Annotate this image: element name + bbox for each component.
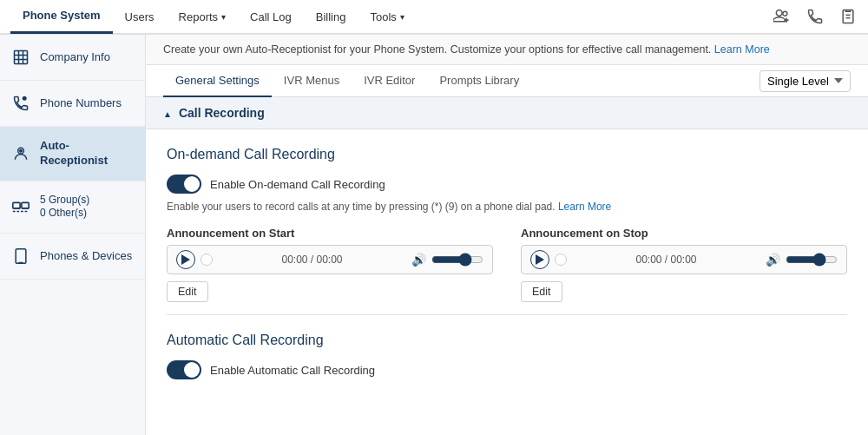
toggle-knob bbox=[184, 176, 200, 192]
tab-prompts-library[interactable]: Prompts Library bbox=[427, 65, 531, 97]
automatic-toggle-knob bbox=[184, 362, 200, 378]
devices-icon bbox=[10, 246, 31, 267]
svg-rect-12 bbox=[16, 249, 26, 264]
phone-icon[interactable] bbox=[806, 7, 825, 26]
tab-general-settings[interactable]: General Settings bbox=[163, 65, 272, 97]
section-title: Call Recording bbox=[179, 106, 265, 120]
time-display-start: 00:00 / 00:00 bbox=[218, 254, 406, 266]
announcement-stop-label: Announcement on Stop bbox=[521, 227, 847, 240]
reports-chevron-icon: ▾ bbox=[221, 12, 226, 22]
section-header-call-recording: Call Recording bbox=[146, 97, 868, 129]
tab-ivr-menus[interactable]: IVR Menus bbox=[272, 65, 352, 97]
nav-items: Phone System Users Reports ▾ Call Log Bi… bbox=[10, 0, 773, 34]
svg-rect-3 bbox=[15, 51, 28, 64]
collapse-icon[interactable] bbox=[163, 106, 172, 120]
announcements-row: Announcement on Start 00:00 / 00:00 🔊 Ed… bbox=[167, 227, 847, 302]
info-bar: Create your own Auto-Receptionist for yo… bbox=[146, 35, 868, 65]
phone-numbers-icon bbox=[10, 93, 31, 114]
svg-point-4 bbox=[23, 96, 27, 101]
svg-point-6 bbox=[20, 149, 23, 152]
sidebar-item-phones-devices[interactable]: Phones & Devices bbox=[0, 234, 145, 280]
record-dot-start bbox=[201, 254, 213, 266]
volume-stop-slider[interactable] bbox=[786, 253, 838, 267]
announcement-stop-block: Announcement on Stop 00:00 / 00:00 🔊 Edi… bbox=[521, 227, 847, 302]
play-start-button[interactable] bbox=[176, 250, 195, 269]
level-select[interactable]: Single Level Multi Level bbox=[760, 70, 851, 92]
svg-marker-14 bbox=[181, 254, 190, 265]
main-layout: Company Info Phone Numbers Auto-Receptio… bbox=[0, 35, 868, 435]
nav-item-users[interactable]: Users bbox=[113, 0, 167, 34]
on-demand-recording-section: On-demand Call Recording Enable On-deman… bbox=[167, 147, 847, 302]
content-area: On-demand Call Recording Enable On-deman… bbox=[146, 129, 868, 404]
auto-receptionist-icon bbox=[10, 143, 31, 164]
tabs-row: General Settings IVR Menus IVR Editor Pr… bbox=[146, 65, 868, 97]
main-content: Create your own Auto-Receptionist for yo… bbox=[146, 35, 868, 435]
edit-stop-button[interactable]: Edit bbox=[521, 281, 562, 302]
svg-rect-7 bbox=[13, 203, 20, 208]
level-select-wrap: Single Level Multi Level bbox=[760, 70, 851, 92]
nav-item-call-log[interactable]: Call Log bbox=[238, 0, 304, 34]
automatic-title: Automatic Call Recording bbox=[167, 333, 847, 348]
svg-rect-8 bbox=[22, 203, 29, 208]
sidebar-item-groups[interactable]: 5 Group(s) 0 Other(s) bbox=[0, 181, 145, 234]
section-divider bbox=[167, 314, 847, 315]
on-demand-learn-more-link[interactable]: Learn More bbox=[558, 201, 611, 213]
sidebar-item-company-info[interactable]: Company Info bbox=[0, 35, 145, 81]
svg-marker-15 bbox=[536, 254, 544, 265]
player-stop: 00:00 / 00:00 🔊 bbox=[521, 245, 847, 274]
on-demand-toggle-row: Enable On-demand Call Recording bbox=[167, 175, 847, 194]
nav-item-billing[interactable]: Billing bbox=[304, 0, 358, 34]
automatic-toggle-row: Enable Automatic Call Recording bbox=[167, 360, 847, 379]
on-demand-toggle[interactable] bbox=[167, 175, 201, 194]
player-start: 00:00 / 00:00 🔊 bbox=[167, 245, 493, 274]
volume-stop-icon: 🔊 bbox=[766, 253, 780, 267]
record-dot-stop bbox=[555, 254, 567, 266]
sidebar-item-auto-receptionist[interactable]: Auto-Receptionist bbox=[0, 127, 145, 181]
clipboard-icon[interactable] bbox=[838, 7, 858, 26]
nav-item-reports[interactable]: Reports ▾ bbox=[167, 0, 239, 34]
tab-ivr-editor[interactable]: IVR Editor bbox=[352, 65, 427, 97]
announcement-start-label: Announcement on Start bbox=[167, 227, 493, 240]
top-nav: Phone System Users Reports ▾ Call Log Bi… bbox=[0, 0, 868, 35]
play-stop-button[interactable] bbox=[530, 250, 549, 269]
nav-right bbox=[773, 7, 858, 26]
info-learn-more-link[interactable]: Learn More bbox=[714, 43, 770, 56]
sidebar-item-phone-numbers[interactable]: Phone Numbers bbox=[0, 81, 145, 127]
tools-chevron-icon: ▾ bbox=[400, 12, 404, 22]
automatic-recording-section: Automatic Call Recording Enable Automati… bbox=[167, 333, 847, 379]
volume-start-icon: 🔊 bbox=[411, 253, 426, 267]
announcement-start-block: Announcement on Start 00:00 / 00:00 🔊 Ed… bbox=[167, 227, 493, 302]
sidebar: Company Info Phone Numbers Auto-Receptio… bbox=[0, 35, 146, 435]
groups-icon bbox=[10, 196, 31, 217]
edit-start-button[interactable]: Edit bbox=[167, 281, 208, 302]
on-demand-title: On-demand Call Recording bbox=[167, 147, 847, 162]
nav-item-tools[interactable]: Tools ▾ bbox=[358, 0, 416, 34]
on-demand-hint: Enable your users to record calls at any… bbox=[167, 201, 847, 213]
time-display-stop: 00:00 / 00:00 bbox=[572, 254, 760, 266]
on-demand-toggle-label: Enable On-demand Call Recording bbox=[210, 178, 385, 191]
nav-item-phone-system[interactable]: Phone System bbox=[10, 0, 113, 34]
person-add-icon[interactable] bbox=[773, 7, 792, 26]
automatic-toggle[interactable] bbox=[167, 360, 201, 379]
automatic-toggle-label: Enable Automatic Call Recording bbox=[210, 364, 375, 377]
volume-start-slider[interactable] bbox=[431, 253, 483, 267]
building-icon bbox=[10, 47, 31, 68]
